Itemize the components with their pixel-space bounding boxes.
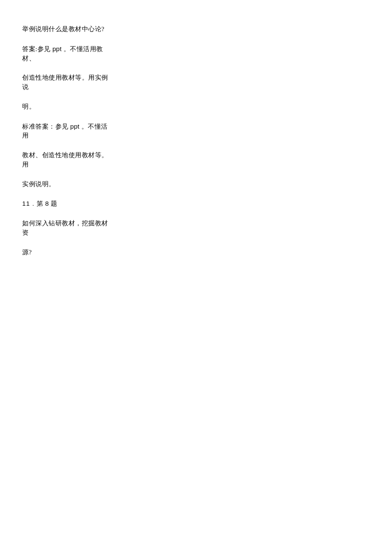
text-prefix: 答案:参见 [22, 46, 52, 52]
paragraph-3: 创造性地使用教材等。用实例说 [22, 73, 110, 92]
paragraph-8-question-number: 11 . 第 8 题 [22, 199, 110, 209]
paragraph-10: 源? [22, 248, 110, 257]
paragraph-7: 实例说明。 [22, 180, 110, 189]
text: 教材、创造性地使用教材等。用 [22, 152, 108, 168]
latin-text: ppt [52, 45, 62, 52]
paragraph-5: 标准答案：参见 ppt 。不懂活用 [22, 122, 110, 141]
latin-text: 8 [45, 200, 49, 207]
text: 实例说明。 [22, 181, 55, 187]
paragraph-4: 明。 [22, 102, 110, 112]
text-prefix: 标准答案：参见 [22, 123, 70, 130]
paragraph-6: 教材、创造性地使用教材等。用 [22, 151, 110, 170]
latin-text: ppt [70, 123, 80, 130]
text-suffix: 题 [49, 200, 58, 207]
text: 明。 [22, 103, 35, 110]
text: 如何深入钻研教材，挖掘教材资 [22, 220, 108, 236]
paragraph-2: 答案:参见 ppt 。不懂活用教材、 [22, 44, 110, 63]
document-content: 举例说明什么是教材中心论? 答案:参见 ppt 。不懂活用教材、 创造性地使用教… [22, 25, 110, 257]
question-number: 11 . [22, 200, 37, 207]
text: 源? [22, 249, 32, 256]
text: 创造性地使用教材等。用实例说 [22, 74, 108, 90]
text-prefix: 第 [37, 200, 45, 207]
text: 举例说明什么是教材中心论? [22, 26, 104, 32]
paragraph-9: 如何深入钻研教材，挖掘教材资 [22, 219, 110, 238]
paragraph-1: 举例说明什么是教材中心论? [22, 25, 110, 34]
